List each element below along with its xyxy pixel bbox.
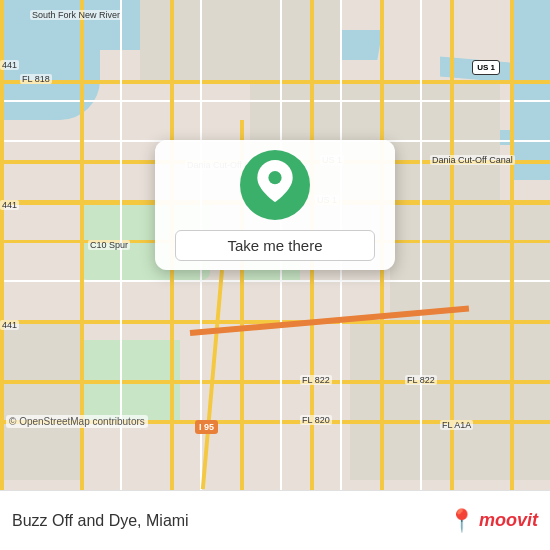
road-label-441-2: 441 <box>0 200 19 210</box>
pin-circle <box>240 150 310 220</box>
road-label-dania: Dania Cut-Off Canal <box>430 155 515 165</box>
location-pin-icon <box>257 160 293 210</box>
moovit-logo: 📍 moovit <box>448 508 538 534</box>
take-me-there-button[interactable]: Take me there <box>175 230 375 261</box>
road-label-snr: South Fork New River <box>30 10 122 20</box>
location-card: Take me there <box>155 140 395 270</box>
road-label-fla1a: FL A1A <box>440 420 473 430</box>
map-attribution: © OpenStreetMap contributors <box>6 415 148 428</box>
road-label-822-2: FL 822 <box>405 375 437 385</box>
road-label-441-3: 441 <box>0 320 19 330</box>
road-label-820: FL 820 <box>300 415 332 425</box>
map-view: I 95 FL 818 US 1 US 1 Dania Cut-Off Cana… <box>0 0 550 490</box>
road-label-441-1: 441 <box>0 60 19 70</box>
road-label-822-1: FL 822 <box>300 375 332 385</box>
road-label-818: FL 818 <box>20 74 52 84</box>
svg-point-0 <box>268 171 281 184</box>
location-name: Buzz Off and Dye, Miami <box>12 512 189 530</box>
moovit-brand-name: moovit <box>479 510 538 531</box>
road-label-c10spur-1: C10 Spur <box>88 240 130 250</box>
moovit-pin-icon: 📍 <box>448 508 475 534</box>
bottom-bar: Buzz Off and Dye, Miami 📍 moovit <box>0 490 550 550</box>
us1-shield-top: US 1 <box>472 60 500 75</box>
